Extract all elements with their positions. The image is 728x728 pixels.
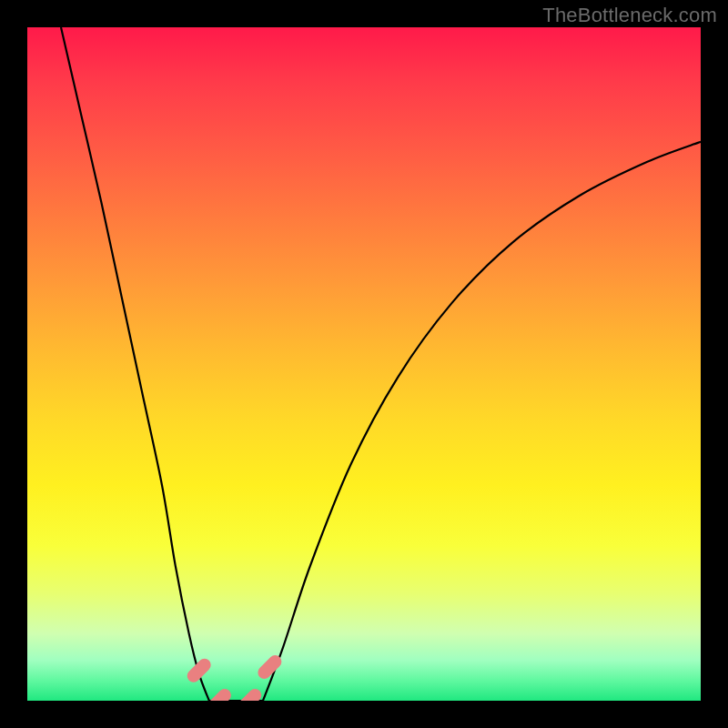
curve-right-branch (263, 142, 701, 701)
marker-floor-right (244, 695, 255, 701)
plot-area (27, 27, 701, 701)
marker-left-shoulder (194, 665, 205, 676)
watermark-text: TheBottleneck.com (542, 4, 717, 27)
marker-right-shoulder (264, 662, 275, 672)
curve-left-branch (61, 27, 209, 701)
bottleneck-curve-svg (27, 27, 701, 701)
curve-group (61, 27, 701, 701)
marker-floor-left (214, 695, 225, 701)
chart-frame: TheBottleneck.com (0, 0, 728, 728)
